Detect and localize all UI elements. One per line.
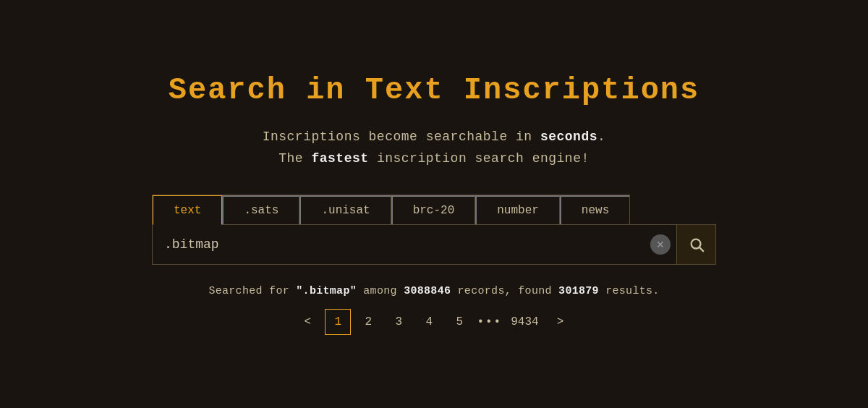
subtitle-1: Inscriptions become searchable in second… (263, 129, 606, 144)
tab-brc20[interactable]: brc-20 (391, 195, 476, 224)
search-bar: ✕ (152, 224, 716, 265)
search-icon (689, 237, 705, 252)
subtitle-1-bold: seconds (540, 129, 597, 144)
searched-for-label: Searched for (208, 285, 296, 297)
page-3-button[interactable]: 3 (386, 309, 412, 335)
clear-button[interactable]: ✕ (650, 234, 671, 255)
search-input[interactable] (153, 227, 650, 262)
search-query: ".bitmap" (296, 285, 357, 297)
pagination-dots: ••• (477, 315, 502, 328)
among-label: among (357, 285, 404, 297)
subtitle-2-end: inscription search engine! (369, 151, 590, 166)
subtitle-2: The fastest inscription search engine! (278, 151, 590, 166)
page-title: Search in Text Inscriptions (169, 73, 700, 108)
records-count: 3088846 (404, 285, 451, 297)
page-5-button[interactable]: 5 (446, 309, 472, 335)
subtitle-1-normal: Inscriptions become searchable in (263, 129, 540, 144)
search-section: text .sats .unisat brc-20 number news ✕ (152, 195, 716, 265)
subtitle-2-start: The (278, 151, 311, 166)
next-page-button[interactable]: > (548, 309, 574, 335)
page-4-button[interactable]: 4 (416, 309, 442, 335)
tab-news[interactable]: news (560, 195, 629, 224)
subtitle-2-bold: fastest (311, 151, 368, 166)
result-info: Searched for ".bitmap" among 3088846 rec… (208, 285, 659, 297)
pagination: < 1 2 3 4 5 ••• 9434 > (294, 309, 573, 335)
last-page-button[interactable]: 9434 (506, 309, 542, 335)
tab-bar: text .sats .unisat brc-20 number news (152, 195, 630, 224)
page-1-button[interactable]: 1 (325, 309, 351, 335)
search-button[interactable] (676, 225, 715, 264)
results-label: results. (599, 285, 660, 297)
tab-unisat[interactable]: .unisat (299, 195, 391, 224)
svg-line-1 (699, 247, 703, 251)
tab-number[interactable]: number (475, 195, 560, 224)
tab-text[interactable]: text (153, 195, 222, 225)
found-count: 301879 (558, 285, 599, 297)
prev-page-button[interactable]: < (294, 309, 320, 335)
tab-sats[interactable]: .sats (222, 195, 299, 224)
records-label: records, found (451, 285, 558, 297)
page-2-button[interactable]: 2 (355, 309, 381, 335)
subtitle-1-end: . (597, 129, 605, 144)
